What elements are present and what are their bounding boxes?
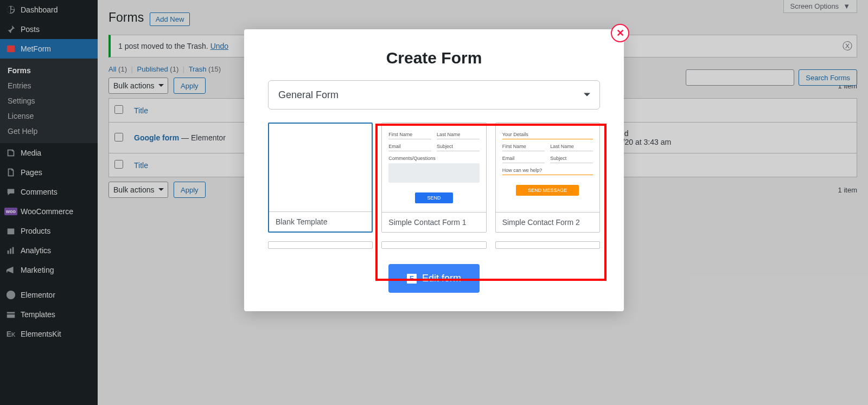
preview-label: Last Name	[550, 144, 593, 149]
template-simple-contact-2[interactable]: Your Details First NameLast Name EmailSu…	[495, 123, 600, 233]
preview-send-button: SEND	[415, 192, 452, 203]
preview-label: Email	[388, 144, 431, 149]
template-blank[interactable]: Blank Template	[268, 123, 373, 233]
preview-label: Email	[502, 156, 545, 161]
preview-label: Subject	[437, 144, 480, 149]
templates-grid: Blank Template First NameLast Name Email…	[268, 123, 600, 233]
elementor-icon: E	[407, 274, 417, 284]
templates-grid-row2	[268, 241, 600, 249]
template-stub[interactable]	[381, 241, 486, 249]
template-caption: Simple Contact Form 1	[382, 212, 486, 232]
preview-label: Last Name	[437, 132, 480, 137]
template-caption: Blank Template	[269, 211, 372, 232]
preview-label: Subject	[550, 156, 593, 161]
preview-label: Comments/Questions	[388, 156, 479, 161]
template-preview: Your Details First NameLast Name EmailSu…	[496, 123, 599, 212]
template-caption: Simple Contact Form 2	[496, 212, 599, 232]
create-form-modal: ✕ Create Form General Form Blank Templat…	[244, 29, 624, 311]
preview-label: First Name	[388, 132, 431, 137]
template-stub[interactable]	[495, 241, 600, 249]
preview-label: How can we help?	[502, 168, 593, 173]
template-preview	[269, 124, 372, 211]
template-simple-contact-1[interactable]: First NameLast Name EmailSubject Comment…	[381, 123, 486, 233]
modal-title: Create Form	[244, 29, 624, 80]
close-icon: ✕	[616, 27, 624, 39]
edit-form-button[interactable]: E Edit form	[388, 264, 480, 293]
modal-close-button[interactable]: ✕	[611, 24, 629, 42]
preview-label: Your Details	[502, 132, 593, 137]
template-preview: First NameLast Name EmailSubject Comment…	[382, 123, 486, 212]
template-stub[interactable]	[268, 241, 373, 249]
form-type-select[interactable]: General Form	[268, 80, 600, 110]
preview-label: First Name	[502, 144, 545, 149]
preview-send-button: SEND MESSAGE	[516, 185, 579, 196]
edit-form-label: Edit form	[422, 273, 461, 284]
